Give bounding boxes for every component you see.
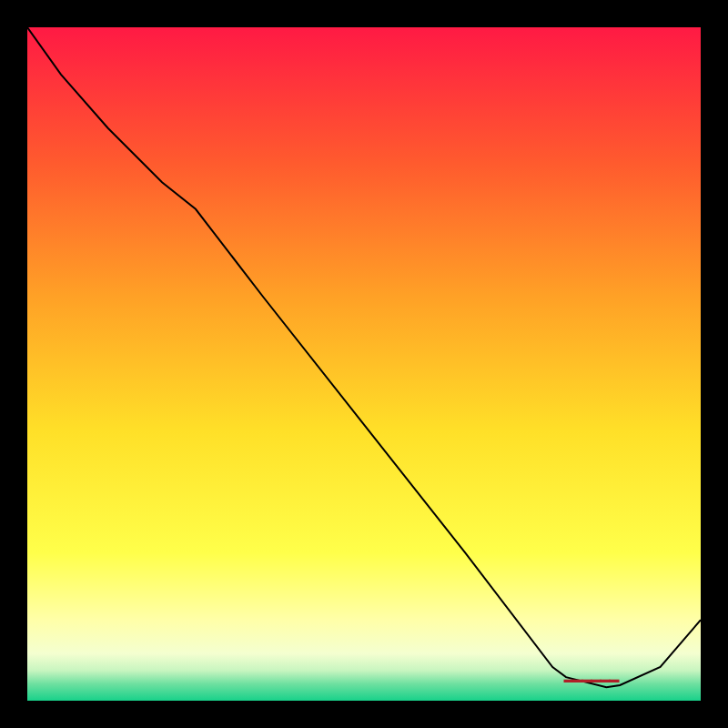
bottleneck-chart — [27, 27, 701, 701]
chart-frame: TheBottleneck.com ▬▬▬▬▬▬ — [27, 27, 701, 701]
gradient-background — [27, 27, 701, 701]
optimal-range-marker: ▬▬▬▬▬▬ — [564, 673, 619, 684]
